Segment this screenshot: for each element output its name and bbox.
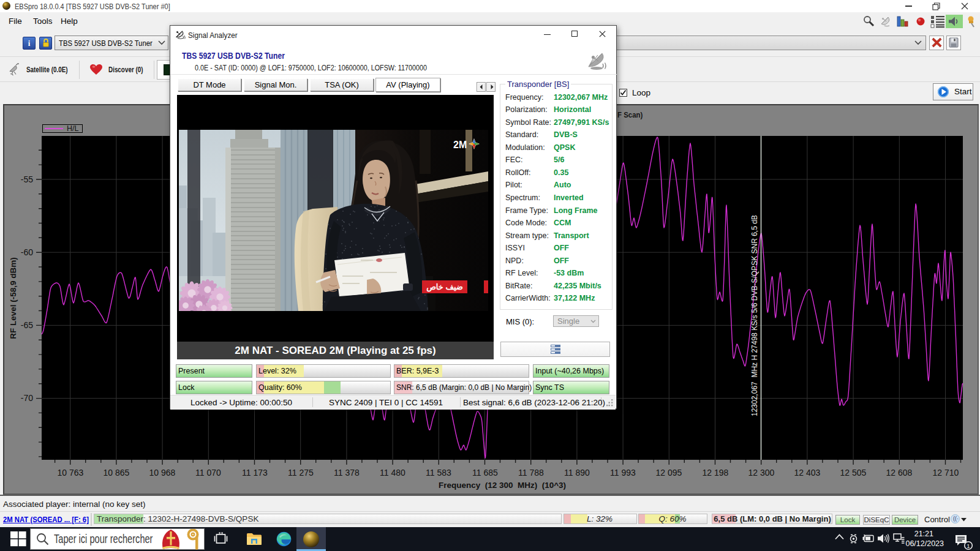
- svg-text:2M: 2M: [453, 140, 467, 150]
- svg-text:ضيف خاص: ضيف خاص: [426, 282, 463, 292]
- svg-text:1: 1: [967, 542, 970, 549]
